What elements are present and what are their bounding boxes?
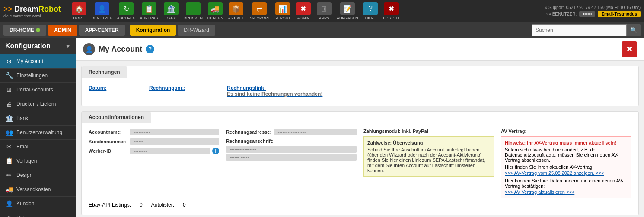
konfiguration-tab[interactable]: Konfiguration — [130, 25, 176, 36]
autolister-value: 0 — [183, 202, 186, 208]
sidebar-item-design[interactable]: ✏ Design — [0, 168, 76, 182]
sidebar-item-druckenliefern[interactable]: 🖨 Drucken / Liefern — [0, 97, 76, 111]
apps-icon: ⊞ — [317, 2, 332, 15]
nav-admin[interactable]: ✖ ADMIN — [293, 1, 313, 21]
sidebar-item-kunden[interactable]: 👤 Kunden — [0, 197, 76, 211]
accountinfo-section: Accountinformationen Accountname: ••••••… — [81, 111, 639, 215]
search-button[interactable]: 🔍 — [627, 24, 641, 36]
zahlweise-text: Sobald Sie Ihre Anschrift im Account hin… — [367, 147, 490, 173]
drhome-button[interactable]: DR-HOME — [3, 25, 46, 36]
sidebar-item-einstellungen[interactable]: 🔧 Einstellungen — [0, 69, 76, 83]
logo: >> DreamRobot die e.commerce.wawi — [3, 5, 64, 18]
rechnungsadresse-value: ••••••••••••••••• — [274, 129, 357, 135]
nav-apps[interactable]: ⊞ APPS — [314, 1, 334, 21]
nav-report[interactable]: 📊 REPORT — [273, 1, 293, 21]
logout-icon: ✖ — [384, 2, 399, 15]
page-title: My Account — [99, 45, 142, 54]
sidebar-item-myaccount[interactable]: ⊙ My Account — [0, 54, 76, 69]
second-nav-bar: DR-HOME ADMIN APP-CENTER Konfiguration D… — [0, 22, 644, 38]
sidebar-item-benutzerverwaltung[interactable]: 👥 Benutzerverwaltung — [0, 126, 76, 140]
benutzerverwaltung-icon: 👥 — [5, 129, 13, 136]
avvertrag-box: Hinweis.: Ihr AV-Vertrag muss immer aktu… — [501, 136, 631, 198]
search-input[interactable] — [532, 24, 627, 36]
rechnungen-header: Datum: Rechnungsnr.: Rechnungslink: Es s… — [89, 83, 631, 101]
admin-button[interactable]: ADMIN — [48, 25, 77, 36]
avvertrag-text3: Hier können Sie Ihre Daten ändern und ei… — [505, 178, 628, 189]
nav-drucken[interactable]: 🖨 DRUCKEN — [182, 1, 205, 21]
account-col-2: Rechnungsadresse: ••••••••••••••••• Rech… — [226, 129, 357, 198]
logo-arrows: >> — [3, 5, 13, 14]
rechnungslink-col-header[interactable]: Rechnungslink: Es sind keine Rechnungen … — [227, 85, 631, 97]
sidebar-item-versandkosten[interactable]: 🚚 Versandkosten — [0, 182, 76, 197]
sidebar-label-druckenliefern: Drucken / Liefern — [16, 101, 56, 107]
zahlweise-title: Zahlweise: Überweisung — [367, 140, 490, 145]
page-header: 👤 My Account ? ✖ — [76, 38, 644, 61]
no-rechnungen-text: Es sind keine Rechnungen vorhanden! — [227, 91, 322, 97]
sidebar-item-bank[interactable]: 🏦 Bank — [0, 111, 76, 126]
appcenter-button[interactable]: APP-CENTER — [79, 25, 125, 36]
sidebar-bank-icon: 🏦 — [5, 115, 13, 122]
api-row: Ebay-API Listings: 0 Autolister: 0 — [89, 198, 631, 210]
sidebar-item-email[interactable]: ✉ Email — [0, 140, 76, 154]
benutzer-bar: »» BENUTZER: •••••• Email-Testmodus — [546, 11, 641, 17]
top-right-info: » Support: 0521 / 97 79 42 150 (Mo-Fr 10… — [545, 5, 641, 17]
auftrag-icon: 📋 — [142, 2, 156, 15]
datum-col-header[interactable]: Datum: — [89, 85, 140, 97]
nav-icons: 🏠 HOME 👤 BENUTZER ↻ ABRUFEN 📋 AUFTRAG 🏦 … — [69, 1, 545, 21]
nav-liefern[interactable]: 🚚 LIEFERN — [205, 1, 225, 21]
sidebar-label-design: Design — [16, 172, 32, 178]
content-area: 👤 My Account ? ✖ Rechnungen Datum: Rechn… — [76, 38, 644, 217]
versandkosten-icon: 🚚 — [5, 186, 13, 193]
zahlweise-box: Zahlweise: Überweisung Sobald Sie Ihre A… — [363, 136, 494, 177]
nav-logout[interactable]: ✖ LOGOUT — [381, 1, 401, 21]
kundennummer-row: Kundennummer: •••••• — [89, 138, 219, 145]
vorlagen-icon: 📋 — [5, 157, 13, 164]
nav-imexport[interactable]: ⇄ IM-EXPORT — [247, 1, 272, 21]
sidebar-item-vorlagen[interactable]: 📋 Vorlagen — [0, 154, 76, 168]
zahlungsmodul-label: Zahlungsmodul: inkl. PayPal — [363, 129, 494, 134]
drwizard-tab[interactable]: DR-Wizard — [178, 25, 215, 36]
avvertrag-link2[interactable]: >>> AV Vertrag aktualisieren <<< — [505, 189, 628, 195]
sidebar-item-portalaccounts[interactable]: ⊞ Portal-Accounts — [0, 83, 76, 97]
ebay-api-value: 0 — [140, 202, 143, 208]
avvertrag-warning: Hinweis.: Ihr AV-Vertrag muss immer aktu… — [505, 140, 628, 145]
nav-aufgaben[interactable]: 📝 AUFGABEN — [335, 1, 360, 21]
nav-auftrag[interactable]: 📋 AUFTRAG — [138, 1, 160, 21]
avvertrag-link2-text[interactable]: >>> AV Vertrag aktualisieren <<< — [505, 189, 574, 195]
artikel-icon: 📦 — [229, 2, 243, 15]
nav-home[interactable]: 🏠 HOME — [69, 1, 89, 21]
werberid-info-icon[interactable]: i — [212, 148, 219, 154]
avvertrag-text1: Sofern sich etwas bei Ihnen ändert, z.B.… — [505, 147, 628, 163]
home-icon: 🏠 — [72, 2, 86, 15]
sidebar-item-hilfe[interactable]: ? Hilfe — [0, 211, 76, 217]
portalaccounts-icon: ⊞ — [5, 86, 13, 93]
rechnungsadresse-row: Rechnungsadresse: ••••••••••••••••• — [226, 129, 357, 135]
avvertrag-label: AV Vertrag: — [501, 129, 631, 134]
admin-icon: ✖ — [296, 2, 311, 15]
nav-benutzer[interactable]: 👤 BENUTZER — [90, 1, 115, 21]
avvertrag-link1[interactable]: >>> AV-Vertrag vom 25.08.2022 anzeigen. … — [505, 170, 628, 176]
nav-hilfe[interactable]: ? HILFE — [360, 1, 380, 21]
nav-abrufen[interactable]: ↻ ABRUFEN — [115, 1, 137, 21]
sidebar-collapse-icon[interactable]: ▼ — [65, 43, 71, 50]
page-title-row: 👤 My Account ? — [83, 43, 154, 55]
accountname-row: Accountname: •••••••••• — [89, 129, 219, 135]
rechnungen-tab[interactable]: Rechnungen — [82, 66, 127, 78]
help-circle-icon[interactable]: ? — [146, 45, 154, 53]
nav-bank[interactable]: 🏦 BANK — [161, 1, 181, 21]
druckenliefern-icon: 🖨 — [5, 101, 13, 107]
rechnungsadresse-label: Rechnungsadresse: — [226, 129, 271, 135]
search-bar: 🔍 — [532, 24, 641, 36]
account-col-4: AV Vertrag: Hinweis.: Ihr AV-Vertrag mus… — [501, 129, 631, 198]
ebay-api-label: Ebay-API Listings: — [89, 202, 131, 208]
sidebar-label-kunden: Kunden — [16, 201, 34, 207]
sidebar-label-portalaccounts: Portal-Accounts — [16, 87, 53, 93]
nav-artikel[interactable]: 📦 ARTIKEL — [226, 1, 246, 21]
rechnungsanschrift-line2: •••••• ••••• — [226, 154, 357, 161]
accountinfo-tab[interactable]: Accountinformationen — [82, 112, 151, 123]
benutzer-icon: 👤 — [95, 2, 109, 15]
avvertrag-link1-text[interactable]: >>> AV-Vertrag vom 25.08.2022 anzeigen. … — [505, 170, 604, 176]
rechnungsnr-col-header[interactable]: Rechnungsnr.: — [149, 85, 218, 97]
hilfe-icon: ? — [363, 2, 378, 15]
close-button[interactable]: ✖ — [622, 41, 637, 57]
